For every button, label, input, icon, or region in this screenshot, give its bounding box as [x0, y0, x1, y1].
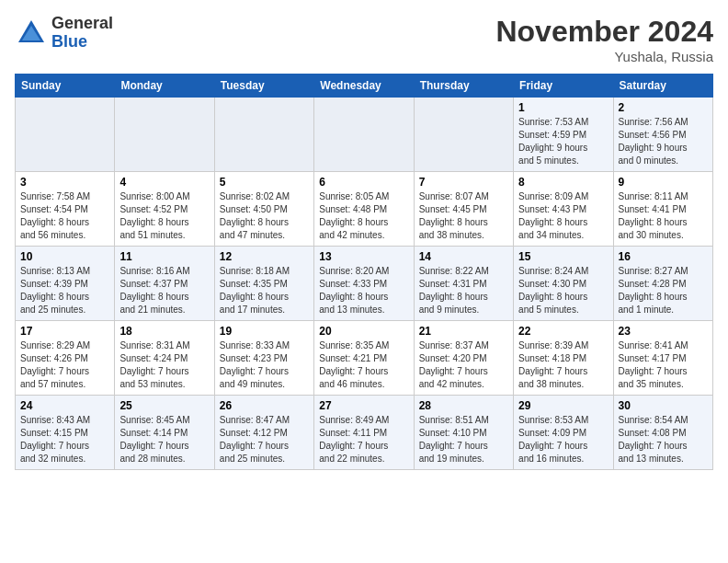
- day-detail: Sunrise: 8:20 AM Sunset: 4:33 PM Dayligh…: [319, 265, 408, 316]
- table-row: [115, 98, 214, 172]
- day-detail: Sunrise: 8:07 AM Sunset: 4:45 PM Dayligh…: [419, 190, 508, 242]
- table-row: 8Sunrise: 8:09 AM Sunset: 4:43 PM Daylig…: [514, 172, 613, 247]
- table-row: 18Sunrise: 8:31 AM Sunset: 4:24 PM Dayli…: [115, 321, 214, 396]
- day-number: 29: [518, 399, 608, 412]
- calendar: Sunday Monday Tuesday Wednesday Thursday…: [15, 74, 713, 470]
- table-row: [214, 98, 313, 172]
- day-detail: Sunrise: 8:39 AM Sunset: 4:18 PM Dayligh…: [518, 339, 608, 391]
- day-detail: Sunrise: 8:43 AM Sunset: 4:15 PM Dayligh…: [20, 414, 109, 465]
- day-number: 20: [319, 325, 408, 338]
- day-number: 5: [220, 176, 309, 189]
- page: General Blue November 2024 Yushala, Russ…: [0, 0, 728, 563]
- logo-blue: Blue: [51, 33, 113, 52]
- table-row: 12Sunrise: 8:18 AM Sunset: 4:35 PM Dayli…: [214, 247, 313, 321]
- table-row: 16Sunrise: 8:27 AM Sunset: 4:28 PM Dayli…: [613, 247, 712, 321]
- header-friday: Friday: [514, 75, 613, 98]
- day-number: 12: [220, 250, 309, 263]
- day-detail: Sunrise: 8:00 AM Sunset: 4:52 PM Dayligh…: [119, 190, 209, 242]
- day-detail: Sunrise: 8:24 AM Sunset: 4:30 PM Dayligh…: [518, 265, 608, 316]
- logo-icon: [15, 17, 48, 50]
- day-number: 27: [319, 399, 408, 412]
- table-row: 23Sunrise: 8:41 AM Sunset: 4:17 PM Dayli…: [613, 321, 712, 396]
- title-block: November 2024 Yushala, Russia: [495, 15, 713, 64]
- day-detail: Sunrise: 8:22 AM Sunset: 4:31 PM Dayligh…: [419, 265, 508, 316]
- table-row: 5Sunrise: 8:02 AM Sunset: 4:50 PM Daylig…: [214, 172, 313, 247]
- day-number: 23: [619, 325, 708, 338]
- table-row: 28Sunrise: 8:51 AM Sunset: 4:10 PM Dayli…: [414, 396, 513, 470]
- day-detail: Sunrise: 8:05 AM Sunset: 4:48 PM Dayligh…: [319, 190, 408, 242]
- day-detail: Sunrise: 8:09 AM Sunset: 4:43 PM Dayligh…: [518, 190, 608, 242]
- table-row: 19Sunrise: 8:33 AM Sunset: 4:23 PM Dayli…: [214, 321, 313, 396]
- table-row: 6Sunrise: 8:05 AM Sunset: 4:48 PM Daylig…: [314, 172, 414, 247]
- table-row: 29Sunrise: 8:53 AM Sunset: 4:09 PM Dayli…: [514, 396, 613, 470]
- header-monday: Monday: [115, 75, 214, 98]
- logo: General Blue: [15, 15, 113, 52]
- day-number: 19: [220, 325, 309, 338]
- day-number: 9: [619, 176, 708, 189]
- day-detail: Sunrise: 8:11 AM Sunset: 4:41 PM Dayligh…: [619, 190, 708, 242]
- day-detail: Sunrise: 8:45 AM Sunset: 4:14 PM Dayligh…: [119, 414, 209, 465]
- table-row: 26Sunrise: 8:47 AM Sunset: 4:12 PM Dayli…: [214, 396, 313, 470]
- table-row: 14Sunrise: 8:22 AM Sunset: 4:31 PM Dayli…: [414, 247, 513, 321]
- table-row: 20Sunrise: 8:35 AM Sunset: 4:21 PM Dayli…: [314, 321, 414, 396]
- day-detail: Sunrise: 8:18 AM Sunset: 4:35 PM Dayligh…: [220, 265, 309, 316]
- header: General Blue November 2024 Yushala, Russ…: [15, 15, 713, 64]
- day-number: 3: [20, 176, 109, 189]
- logo-general: General: [51, 15, 113, 33]
- day-detail: Sunrise: 8:53 AM Sunset: 4:09 PM Dayligh…: [518, 414, 608, 465]
- table-row: 1Sunrise: 7:53 AM Sunset: 4:59 PM Daylig…: [514, 98, 613, 172]
- weekday-header-row: Sunday Monday Tuesday Wednesday Thursday…: [16, 75, 713, 98]
- day-number: 6: [319, 176, 408, 189]
- day-number: 11: [119, 250, 209, 263]
- day-detail: Sunrise: 8:02 AM Sunset: 4:50 PM Dayligh…: [220, 190, 309, 242]
- day-detail: Sunrise: 8:13 AM Sunset: 4:39 PM Dayligh…: [20, 265, 109, 316]
- day-number: 10: [20, 250, 109, 263]
- day-number: 7: [419, 176, 508, 189]
- header-tuesday: Tuesday: [214, 75, 313, 98]
- calendar-row-1: 3Sunrise: 7:58 AM Sunset: 4:54 PM Daylig…: [16, 172, 713, 247]
- day-detail: Sunrise: 8:41 AM Sunset: 4:17 PM Dayligh…: [619, 339, 708, 391]
- day-detail: Sunrise: 8:16 AM Sunset: 4:37 PM Dayligh…: [119, 265, 209, 316]
- table-row: [414, 98, 513, 172]
- table-row: [16, 98, 115, 172]
- day-number: 8: [518, 176, 608, 189]
- table-row: 10Sunrise: 8:13 AM Sunset: 4:39 PM Dayli…: [16, 247, 115, 321]
- day-number: 22: [518, 325, 608, 338]
- table-row: 11Sunrise: 8:16 AM Sunset: 4:37 PM Dayli…: [115, 247, 214, 321]
- day-number: 4: [119, 176, 209, 189]
- table-row: 13Sunrise: 8:20 AM Sunset: 4:33 PM Dayli…: [314, 247, 414, 321]
- day-detail: Sunrise: 8:51 AM Sunset: 4:10 PM Dayligh…: [419, 414, 508, 465]
- day-detail: Sunrise: 8:54 AM Sunset: 4:08 PM Dayligh…: [619, 414, 708, 465]
- calendar-row-4: 24Sunrise: 8:43 AM Sunset: 4:15 PM Dayli…: [16, 396, 713, 470]
- day-detail: Sunrise: 7:53 AM Sunset: 4:59 PM Dayligh…: [518, 116, 608, 167]
- table-row: 17Sunrise: 8:29 AM Sunset: 4:26 PM Dayli…: [16, 321, 115, 396]
- header-sunday: Sunday: [16, 75, 115, 98]
- table-row: 3Sunrise: 7:58 AM Sunset: 4:54 PM Daylig…: [16, 172, 115, 247]
- header-saturday: Saturday: [613, 75, 712, 98]
- table-row: 4Sunrise: 8:00 AM Sunset: 4:52 PM Daylig…: [115, 172, 214, 247]
- day-number: 30: [619, 399, 708, 412]
- day-number: 2: [619, 101, 708, 114]
- day-number: 16: [619, 250, 708, 263]
- table-row: 27Sunrise: 8:49 AM Sunset: 4:11 PM Dayli…: [314, 396, 414, 470]
- day-detail: Sunrise: 8:47 AM Sunset: 4:12 PM Dayligh…: [220, 414, 309, 465]
- day-detail: Sunrise: 8:31 AM Sunset: 4:24 PM Dayligh…: [119, 339, 209, 391]
- day-detail: Sunrise: 8:27 AM Sunset: 4:28 PM Dayligh…: [619, 265, 708, 316]
- header-thursday: Thursday: [414, 75, 513, 98]
- table-row: 25Sunrise: 8:45 AM Sunset: 4:14 PM Dayli…: [115, 396, 214, 470]
- day-number: 28: [419, 399, 508, 412]
- calendar-row-3: 17Sunrise: 8:29 AM Sunset: 4:26 PM Dayli…: [16, 321, 713, 396]
- day-number: 18: [119, 325, 209, 338]
- table-row: [314, 98, 414, 172]
- day-detail: Sunrise: 7:56 AM Sunset: 4:56 PM Dayligh…: [619, 116, 708, 167]
- table-row: 22Sunrise: 8:39 AM Sunset: 4:18 PM Dayli…: [514, 321, 613, 396]
- table-row: 9Sunrise: 8:11 AM Sunset: 4:41 PM Daylig…: [613, 172, 712, 247]
- table-row: 2Sunrise: 7:56 AM Sunset: 4:56 PM Daylig…: [613, 98, 712, 172]
- day-detail: Sunrise: 8:35 AM Sunset: 4:21 PM Dayligh…: [319, 339, 408, 391]
- table-row: 24Sunrise: 8:43 AM Sunset: 4:15 PM Dayli…: [16, 396, 115, 470]
- table-row: 21Sunrise: 8:37 AM Sunset: 4:20 PM Dayli…: [414, 321, 513, 396]
- calendar-row-0: 1Sunrise: 7:53 AM Sunset: 4:59 PM Daylig…: [16, 98, 713, 172]
- header-wednesday: Wednesday: [314, 75, 414, 98]
- table-row: 7Sunrise: 8:07 AM Sunset: 4:45 PM Daylig…: [414, 172, 513, 247]
- day-detail: Sunrise: 8:37 AM Sunset: 4:20 PM Dayligh…: [419, 339, 508, 391]
